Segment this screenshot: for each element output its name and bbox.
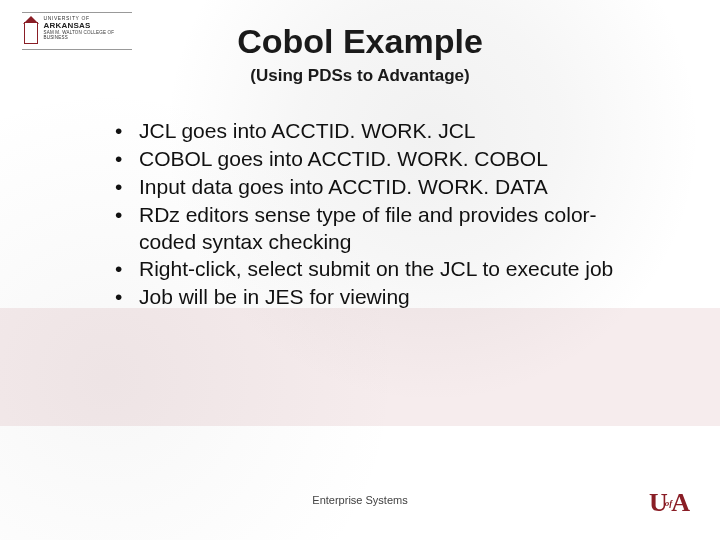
bullet-text: Input data goes into ACCTID. WORK. DATA	[139, 175, 548, 198]
bullet-text: Right-click, select submit on the JCL to…	[139, 257, 613, 280]
ua-logo-u: U	[649, 488, 666, 517]
bullet-text: JCL goes into ACCTID. WORK. JCL	[139, 119, 475, 142]
list-item: Input data goes into ACCTID. WORK. DATA	[115, 174, 650, 201]
logo-rule-top	[22, 12, 132, 13]
ua-monogram-logo: UofA	[649, 488, 688, 518]
bullet-text: Job will be in JES for viewing	[139, 285, 410, 308]
slide-title: Cobol Example	[0, 22, 720, 61]
list-item: COBOL goes into ACCTID. WORK. COBOL	[115, 146, 650, 173]
ua-logo-of: of	[665, 498, 673, 508]
bullet-list: JCL goes into ACCTID. WORK. JCL COBOL go…	[115, 118, 650, 312]
bullet-text: COBOL goes into ACCTID. WORK. COBOL	[139, 147, 548, 170]
list-item: JCL goes into ACCTID. WORK. JCL	[115, 118, 650, 145]
slide: UNIVERSITY OF ARKANSAS SAM M. WALTON COL…	[0, 0, 720, 540]
bullet-text: RDz editors sense type of file and provi…	[139, 203, 597, 253]
list-item: Job will be in JES for viewing	[115, 284, 650, 311]
footer-text: Enterprise Systems	[0, 494, 720, 506]
ua-logo-a: A	[671, 488, 688, 517]
list-item: Right-click, select submit on the JCL to…	[115, 256, 650, 283]
list-item: RDz editors sense type of file and provi…	[115, 202, 650, 256]
slide-subtitle: (Using PDSs to Advantage)	[0, 66, 720, 86]
